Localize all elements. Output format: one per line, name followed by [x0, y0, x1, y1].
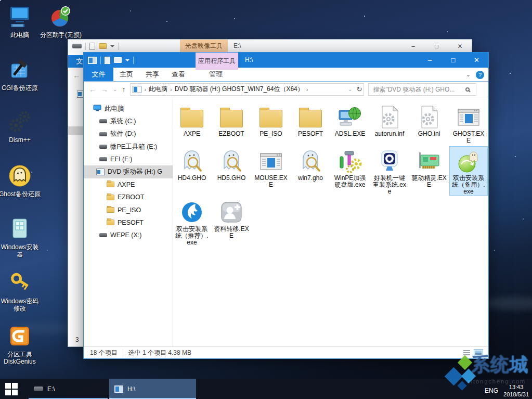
gears-icon: [7, 109, 32, 134]
gear-document-icon: [377, 105, 402, 130]
desktop-icon-windows-password[interactable]: Windows密码修改: [0, 271, 42, 312]
file-item[interactable]: HD5.GHO: [213, 147, 250, 195]
green-globe-ghost-icon: [456, 149, 481, 174]
search-input[interactable]: [372, 85, 464, 94]
desktop-icon-ghost-backup[interactable]: Ghost备份还原: [0, 163, 42, 198]
cgi-backup-icon: [7, 57, 32, 82]
nav-scroll-block: [68, 126, 84, 135]
file-item[interactable]: autorun.inf: [371, 102, 408, 144]
desktop-icon-cgi-backup[interactable]: CGI备份还原: [0, 57, 42, 92]
nav-item-pe-iso[interactable]: PE_ISO: [84, 203, 173, 216]
file-item[interactable]: HD4.GHO: [173, 147, 211, 195]
properties-icon[interactable]: [89, 43, 95, 50]
file-item[interactable]: GHO.ini: [410, 102, 448, 144]
file-item[interactable]: WinPE加强硬盘版.exe: [331, 147, 369, 195]
tab-share[interactable]: 共享: [139, 68, 165, 81]
customize-arrow-icon[interactable]: [110, 45, 114, 49]
nav-item-drive-c[interactable]: 系统 (C:): [84, 115, 173, 127]
details-view-icon[interactable]: [463, 350, 471, 356]
new-folder-icon[interactable]: [99, 43, 107, 49]
start-button[interactable]: [5, 383, 20, 395]
tab-view[interactable]: 查看: [165, 68, 191, 81]
new-folder-icon[interactable]: [114, 57, 122, 63]
file-item[interactable]: 双击安装系统（推荐）.exe: [173, 198, 211, 246]
file-item[interactable]: PE_ISO: [252, 102, 290, 144]
partition-assistant-icon: [48, 4, 73, 29]
nav-item-pesoft[interactable]: PESOFT: [84, 216, 173, 229]
thumbnail-view-icon[interactable]: [474, 349, 483, 356]
search-box[interactable]: [368, 83, 476, 96]
desktop-icon-label: Dism++: [0, 136, 42, 144]
file-item[interactable]: 好装机一键重装系统.exe: [371, 147, 408, 195]
file-item[interactable]: EZBOOT: [213, 102, 250, 144]
language-indicator[interactable]: ENG: [485, 387, 498, 394]
desktop-icon-partition-assistant[interactable]: 分区助手(无损): [39, 4, 83, 38]
nav-item-axpe[interactable]: AXPE: [84, 178, 173, 191]
folder-icon: [107, 195, 114, 200]
blue-horse-icon: [179, 200, 204, 225]
taskbar: E:\ H:\: [0, 379, 532, 399]
quick-access-toolbar[interactable]: [68, 43, 119, 50]
gear-document-icon: [417, 105, 442, 130]
quick-access-toolbar[interactable]: [84, 57, 134, 64]
file-item[interactable]: GHOST.EXE: [450, 102, 487, 144]
refresh-icon[interactable]: [356, 85, 362, 93]
breadcrumb-this-pc[interactable]: 此电脑: [149, 85, 167, 94]
file-item[interactable]: PESOFT: [292, 102, 329, 144]
close-button[interactable]: ✕: [448, 40, 472, 53]
nav-item-drive-f[interactable]: EFI (F:): [84, 153, 173, 165]
breadcrumb-dvd-drive[interactable]: DVD 驱动器 (H:) GHOST_WIN7_64位（X64）: [175, 85, 304, 94]
key-icon: [7, 271, 32, 295]
file-grid: AXPE EZBOOT PE_ISO PESOFT ADSL.EXE autor…: [173, 97, 488, 346]
help-icon[interactable]: [476, 71, 484, 79]
desktop-icon-label: Windows安装器: [0, 243, 42, 258]
desktop-icon-windows-installer[interactable]: Windows安装器: [0, 216, 42, 258]
minimize-button[interactable]: –: [418, 53, 442, 68]
properties-icon[interactable]: [105, 57, 110, 64]
minimize-button[interactable]: –: [401, 40, 425, 53]
tab-home[interactable]: 主页: [113, 68, 139, 81]
address-bar[interactable]: 此电脑 DVD 驱动器 (H:) GHOST_WIN7_64位（X64）: [130, 83, 364, 96]
system-tray: ENG 13:43 2018/5/31: [485, 383, 529, 398]
search-icon[interactable]: [465, 87, 470, 92]
app-window-icon: [456, 105, 481, 130]
back-arrow-icon[interactable]: [89, 85, 96, 94]
nav-item-drive-e[interactable]: 微PE工具箱 (E:): [84, 140, 173, 153]
maximize-button[interactable]: □: [442, 53, 465, 68]
expand-ribbon-icon[interactable]: [466, 71, 471, 78]
nav-item-drive-d[interactable]: 软件 (D:): [84, 128, 173, 140]
file-item-selected[interactable]: 双击安装系统（备用）.exe: [450, 147, 487, 195]
desktop-icon-diskgenius[interactable]: 分区工具DiskGenius: [0, 324, 42, 365]
tab-file[interactable]: 文件: [84, 68, 113, 81]
file-item[interactable]: ADSL.EXE: [331, 102, 369, 144]
address-dropdown-icon[interactable]: [348, 86, 352, 92]
nav-item-this-pc[interactable]: 此电脑: [84, 102, 173, 115]
taskbar-button-h-drive[interactable]: H:\: [109, 379, 196, 399]
nav-item-wepe-x[interactable]: WEPE (X:): [84, 229, 173, 241]
ghost-image-icon: [179, 149, 204, 174]
taskbar-button-e-drive[interactable]: E:\: [29, 379, 108, 399]
file-item[interactable]: MOUSE.EXE: [252, 147, 290, 195]
file-item[interactable]: 资料转移.EXE: [213, 198, 250, 246]
maximize-button[interactable]: □: [425, 40, 448, 53]
nav-item-dvd-drive-h[interactable]: DVD 驱动器 (H:) G: [84, 165, 173, 178]
file-item[interactable]: win7.gho: [292, 147, 329, 195]
up-arrow-icon[interactable]: [122, 85, 125, 94]
desktop-icon-this-pc[interactable]: 此电脑: [0, 4, 42, 38]
divider: [100, 57, 101, 64]
desktop-icon-dism[interactable]: Dism++: [0, 109, 42, 144]
history-dropdown-icon[interactable]: [113, 86, 117, 92]
clock[interactable]: 13:43 2018/5/31: [503, 383, 529, 398]
drive-icon: [99, 132, 107, 136]
forward-arrow-icon[interactable]: [101, 85, 108, 94]
file-item[interactable]: AXPE: [173, 102, 211, 144]
contextual-tab-disc-image-tools[interactable]: 光盘映像工具: [180, 40, 228, 53]
file-item[interactable]: 驱动精灵.EXE: [410, 147, 448, 195]
close-button[interactable]: ✕: [465, 53, 488, 68]
computer-icon: [93, 105, 101, 113]
taskbar-button-label: H:\: [127, 385, 135, 393]
nav-item-ezboot[interactable]: EZBOOT: [84, 191, 173, 203]
customize-arrow-icon[interactable]: [125, 59, 129, 63]
back-arrow-icon[interactable]: [73, 71, 81, 80]
contextual-tab-application-tools[interactable]: 应用程序工具: [196, 53, 238, 70]
